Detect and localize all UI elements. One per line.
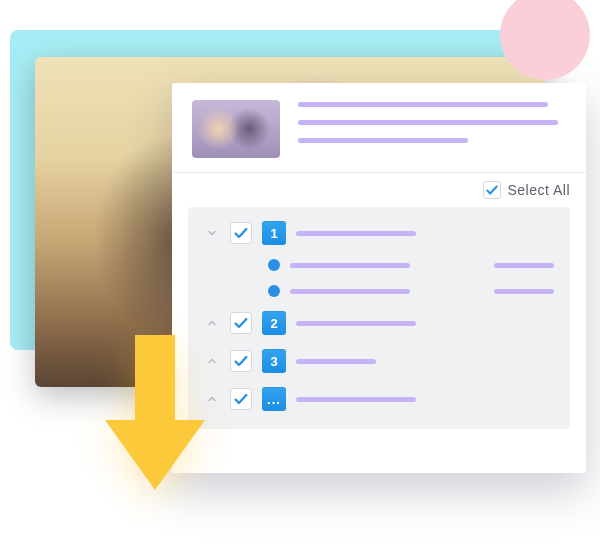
list-item: 1 [204,221,554,245]
list-item: 3 [204,349,554,373]
sub-item-meta [494,289,554,294]
chevron-up-icon [206,355,218,367]
item-checkbox[interactable] [230,388,252,410]
sub-item [204,259,554,271]
list-item: 2 [204,311,554,335]
chevron-up-icon [206,317,218,329]
sub-item-meta [494,263,554,268]
item-number-badge: 3 [262,349,286,373]
chevron-up-icon [206,393,218,405]
pink-accent-circle [500,0,590,80]
checkmark-icon [233,353,249,369]
expand-toggle[interactable] [204,225,220,241]
media-title-block [298,100,566,158]
select-all-row: Select All [172,173,586,207]
sub-item-label [290,289,410,294]
sub-item-label [290,263,410,268]
subtitle-line [298,120,558,125]
item-number-badge: 1 [262,221,286,245]
expand-toggle[interactable] [204,391,220,407]
item-more-badge: ... [262,387,286,411]
item-checkbox[interactable] [230,222,252,244]
checkmark-icon [485,183,499,197]
checkmark-icon [233,391,249,407]
checkmark-icon [233,315,249,331]
download-arrow-icon [105,335,205,490]
episodes-list: 1 2 [188,207,570,429]
item-checkbox[interactable] [230,312,252,334]
item-title-placeholder [296,231,416,236]
item-title-placeholder [296,397,416,402]
item-title-placeholder [296,321,416,326]
expand-toggle[interactable] [204,315,220,331]
select-all-label: Select All [507,182,570,198]
item-title-placeholder [296,359,376,364]
select-all-checkbox[interactable] [483,181,501,199]
item-number-badge: 2 [262,311,286,335]
expand-toggle[interactable] [204,353,220,369]
title-line [298,102,548,107]
checkmark-icon [233,225,249,241]
download-panel: Select All 1 [172,83,586,473]
list-item: ... [204,387,554,411]
bullet-icon [268,285,280,297]
sub-item [204,285,554,297]
meta-line [298,138,468,143]
panel-header [172,83,586,173]
bullet-icon [268,259,280,271]
item-checkbox[interactable] [230,350,252,372]
media-thumbnail [192,100,280,158]
chevron-down-icon [206,227,218,239]
